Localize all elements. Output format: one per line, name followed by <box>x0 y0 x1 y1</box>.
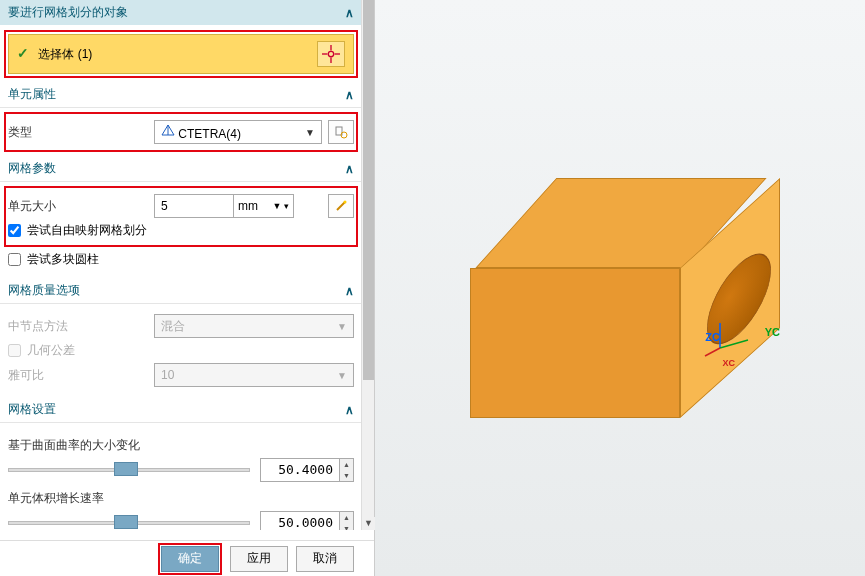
try-multi-label: 尝试多块圆柱 <box>27 251 99 268</box>
ok-button[interactable]: 确定 <box>161 546 219 572</box>
section-header-settings[interactable]: 网格设置 ∧ <box>0 397 362 423</box>
curvature-label: 基于曲面曲率的大小变化 <box>8 437 354 454</box>
check-icon: ✓ <box>17 45 29 61</box>
section-header-mesh-params[interactable]: 网格参数 ∧ <box>0 156 362 182</box>
geom-tol-checkbox <box>8 344 21 357</box>
svg-line-7 <box>337 202 345 210</box>
axis-zc-label: ZC <box>705 331 720 343</box>
target-button[interactable] <box>317 41 345 67</box>
3d-viewport[interactable]: ZC YC XC <box>375 0 865 576</box>
scroll-area: 要进行网格划分的对象 ∧ ✓ 选择体 (1) 单元属性 ∧ 类型 <box>0 0 362 530</box>
try-free-label: 尝试自由映射网格划分 <box>27 222 147 239</box>
chevron-down-icon: ▼ <box>337 321 347 332</box>
axis-yc-label: YC <box>765 326 780 338</box>
midnode-row: 中节点方法 混合 ▼ <box>8 314 354 338</box>
highlight-type: 类型 CTETRA(4) ▼ <box>4 112 358 152</box>
type-value: CTETRA(4) <box>178 127 241 141</box>
jacobian-dropdown: 10 ▼ <box>154 363 354 387</box>
section-title: 网格参数 <box>8 160 56 177</box>
type-dropdown[interactable]: CTETRA(4) ▼ <box>154 120 322 144</box>
midnode-label: 中节点方法 <box>8 318 148 335</box>
chevron-down-icon: ▼ ▾ <box>273 201 289 211</box>
try-multi-checkbox[interactable] <box>8 253 21 266</box>
quality-body: 中节点方法 混合 ▼ 几何公差 雅可比 10 ▼ <box>0 304 362 397</box>
midnode-dropdown: 混合 ▼ <box>154 314 354 338</box>
size-row: 单元大小 mm ▼ ▾ <box>8 194 354 218</box>
jacobian-value: 10 <box>161 368 174 382</box>
curvature-spinner[interactable]: ▲▼ <box>340 458 354 482</box>
size-label: 单元大小 <box>8 198 148 215</box>
type-row: 类型 CTETRA(4) ▼ <box>8 120 354 144</box>
dialog-footer: 确定 应用 取消 <box>0 540 374 576</box>
settings-icon <box>334 125 348 139</box>
section-title: 单元属性 <box>8 86 56 103</box>
axis-xc-label: XC <box>722 358 735 368</box>
settings-body: 基于曲面曲率的大小变化 50.4000 ▲▼ 单元体积增长速率 <box>0 423 362 530</box>
section-header-element-props[interactable]: 单元属性 ∧ <box>0 82 362 108</box>
try-free-checkbox[interactable] <box>8 224 21 237</box>
growth-spinner[interactable]: ▲▼ <box>340 511 354 530</box>
try-free-row[interactable]: 尝试自由映射网格划分 <box>8 222 354 239</box>
section-header-quality[interactable]: 网格质量选项 ∧ <box>0 278 362 304</box>
scrollbar-thumb[interactable] <box>363 0 374 380</box>
svg-line-11 <box>705 348 720 356</box>
jacobian-row: 雅可比 10 ▼ <box>8 363 354 387</box>
svg-line-10 <box>720 340 748 348</box>
growth-slider[interactable] <box>8 513 250 530</box>
curvature-value[interactable]: 50.4000 <box>260 458 340 482</box>
growth-value[interactable]: 50.0000 <box>260 511 340 530</box>
jacobian-label: 雅可比 <box>8 367 148 384</box>
growth-label: 单元体积增长速率 <box>8 490 354 507</box>
3d-model: ZC YC XC <box>470 168 770 408</box>
collapse-icon: ∧ <box>345 6 354 20</box>
size-input[interactable] <box>154 194 234 218</box>
curvature-slider[interactable] <box>8 460 250 480</box>
scrollbar[interactable]: ▼ <box>361 0 374 530</box>
highlight-ok: 确定 <box>158 543 222 575</box>
midnode-value: 混合 <box>161 318 185 335</box>
scrollbar-down-icon[interactable]: ▼ <box>362 517 375 530</box>
collapse-icon: ∧ <box>345 403 354 417</box>
select-body-row[interactable]: ✓ 选择体 (1) <box>8 34 354 74</box>
section-title: 网格质量选项 <box>8 282 80 299</box>
chevron-down-icon: ▼ <box>305 127 315 138</box>
collapse-icon: ∧ <box>345 284 354 298</box>
geom-tol-row: 几何公差 <box>8 342 354 359</box>
target-icon <box>322 45 340 63</box>
collapse-icon: ∧ <box>345 88 354 102</box>
size-unit: mm <box>238 199 258 213</box>
growth-row: 单元体积增长速率 50.0000 ▲▼ <box>8 490 354 530</box>
svg-point-0 <box>328 51 333 56</box>
geom-tol-label: 几何公差 <box>27 342 75 359</box>
highlight-size: 单元大小 mm ▼ ▾ 尝试自由映射网格划分 <box>4 186 358 247</box>
cancel-button[interactable]: 取消 <box>296 546 354 572</box>
mesh-params-extra: 尝试多块圆柱 <box>0 251 362 278</box>
slider-thumb[interactable] <box>114 515 138 529</box>
tetra-icon <box>161 124 175 138</box>
section-header-objects[interactable]: 要进行网格划分的对象 ∧ <box>0 0 362 26</box>
svg-point-8 <box>344 201 347 204</box>
section-title: 要进行网格划分的对象 <box>8 4 128 21</box>
select-body-label: 选择体 (1) <box>38 47 92 61</box>
properties-panel: 要进行网格划分的对象 ∧ ✓ 选择体 (1) 单元属性 ∧ 类型 <box>0 0 375 576</box>
try-multi-row[interactable]: 尝试多块圆柱 <box>8 251 354 268</box>
model-face-front <box>470 268 680 418</box>
apply-button[interactable]: 应用 <box>230 546 288 572</box>
curvature-row: 基于曲面曲率的大小变化 50.4000 ▲▼ <box>8 437 354 482</box>
size-input-group: mm ▼ ▾ <box>154 194 322 218</box>
chevron-down-icon: ▼ <box>337 370 347 381</box>
highlight-select-body: ✓ 选择体 (1) <box>4 30 358 78</box>
size-unit-dropdown[interactable]: mm ▼ ▾ <box>234 194 294 218</box>
type-options-button[interactable] <box>328 120 354 144</box>
type-label: 类型 <box>8 124 148 141</box>
slider-thumb[interactable] <box>114 462 138 476</box>
auto-size-button[interactable] <box>328 194 354 218</box>
collapse-icon: ∧ <box>345 162 354 176</box>
wand-icon <box>334 199 348 213</box>
section-title: 网格设置 <box>8 401 56 418</box>
